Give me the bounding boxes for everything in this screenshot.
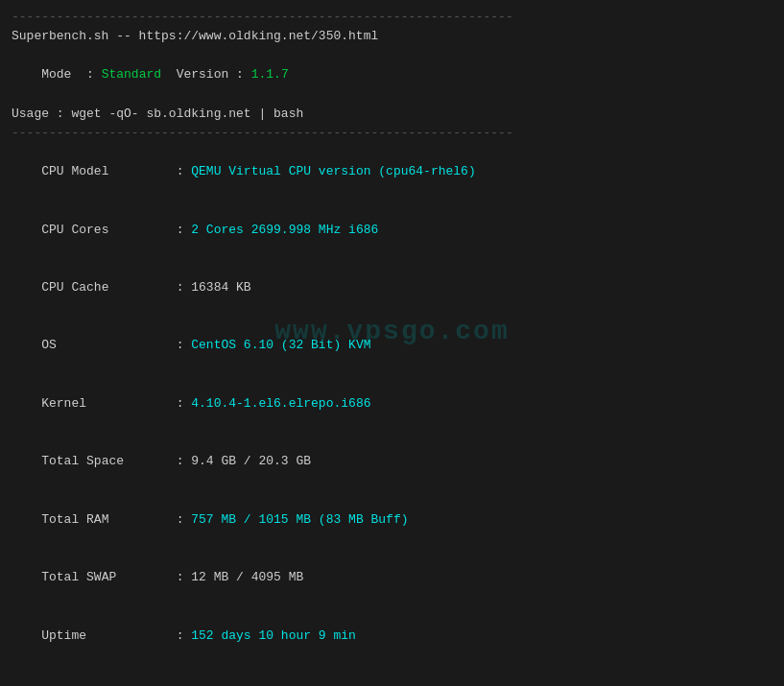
os-line: OS : CentOS 6.10 (32 Bit) KVM bbox=[12, 317, 772, 374]
total-swap-line: Total SWAP : 12 MB / 4095 MB bbox=[12, 549, 772, 606]
divider-top: ----------------------------------------… bbox=[12, 8, 772, 27]
header-line2: Mode : Standard Version : 1.1.7 bbox=[12, 46, 772, 104]
total-space-value: 9.4 GB / 20.3 GB bbox=[191, 454, 311, 468]
total-ram-line: Total RAM : 757 MB / 1015 MB (83 MB Buff… bbox=[12, 491, 772, 549]
header-line3: Usage : wget -qO- sb.oldking.net | bash bbox=[12, 105, 772, 124]
kernel-line: Kernel : 4.10.4-1.el6.elrepo.i686 bbox=[12, 375, 772, 433]
version-value: 1.1.7 bbox=[251, 67, 289, 82]
total-space-label: Total Space : bbox=[41, 454, 191, 468]
os-label: OS : bbox=[41, 338, 191, 352]
header-line1: Superbench.sh -- https://www.oldking.net… bbox=[12, 27, 772, 46]
os-value: CentOS 6.10 (32 Bit) KVM bbox=[191, 338, 370, 352]
uptime-value: 152 days 10 hour 9 min bbox=[191, 628, 356, 643]
cpu-cores-line: CPU Cores : 2 Cores 2699.998 MHz i686 bbox=[12, 201, 772, 258]
uptime-line: Uptime : 152 days 10 hour 9 min bbox=[12, 606, 772, 664]
total-ram-label: Total RAM : bbox=[41, 512, 191, 527]
cpu-model-line: CPU Model : QEMU Virtual CPU version (cp… bbox=[12, 143, 772, 201]
cpu-cores-value: 2 Cores 2699.998 MHz i686 bbox=[191, 223, 378, 237]
mode-value: Standard bbox=[102, 67, 161, 82]
cpu-cores-label: CPU Cores : bbox=[41, 223, 191, 237]
kernel-value: 4.10.4-1.el6.elrepo.i686 bbox=[191, 396, 370, 411]
terminal-output: ----------------------------------------… bbox=[12, 8, 772, 686]
cpu-cache-line: CPU Cache : 16384 KB bbox=[12, 259, 772, 317]
version-label: Version : bbox=[161, 67, 251, 82]
cpu-model-label: CPU Model : bbox=[41, 164, 191, 178]
total-ram-value: 757 MB / 1015 MB (83 MB Buff) bbox=[191, 512, 408, 527]
cpu-cache-label: CPU Cache : bbox=[41, 280, 191, 295]
cpu-model-value: QEMU Virtual CPU version (cpu64-rhel6) bbox=[191, 164, 475, 178]
divider-1: ----------------------------------------… bbox=[12, 124, 772, 143]
kernel-label: Kernel : bbox=[41, 396, 191, 411]
uptime-label: Uptime : bbox=[41, 628, 191, 643]
total-swap-label: Total SWAP : bbox=[41, 570, 191, 584]
load-avg-line: Load Average : 0.00, 0.00, 0.00 bbox=[12, 665, 772, 686]
total-swap-value: 12 MB / 4095 MB bbox=[191, 570, 303, 584]
mode-label: Mode : bbox=[41, 67, 101, 82]
total-space-line: Total Space : 9.4 GB / 20.3 GB bbox=[12, 433, 772, 490]
cpu-cache-value: 16384 KB bbox=[191, 280, 250, 295]
